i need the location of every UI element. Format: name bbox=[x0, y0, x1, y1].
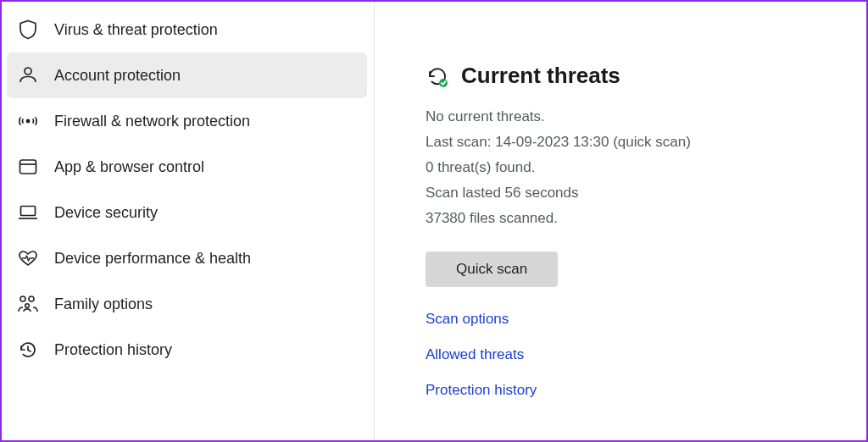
sidebar-item-label: Device performance & health bbox=[54, 250, 251, 268]
quick-scan-button[interactable]: Quick scan bbox=[426, 251, 558, 287]
svg-point-8 bbox=[25, 304, 30, 308]
svg-point-6 bbox=[20, 296, 25, 301]
window-icon bbox=[17, 156, 39, 178]
scan-duration-text: Scan lasted 56 seconds bbox=[426, 180, 866, 206]
history-check-icon bbox=[426, 64, 449, 88]
sidebar: Virus & threat protection Account protec… bbox=[2, 2, 375, 440]
svg-point-1 bbox=[26, 119, 29, 122]
section-header: Current threats bbox=[426, 63, 866, 89]
no-threats-text: No current threats. bbox=[426, 104, 866, 130]
heart-rate-icon bbox=[17, 247, 39, 269]
last-scan-text: Last scan: 14-09-2023 13:30 (quick scan) bbox=[426, 130, 866, 155]
scan-options-link[interactable]: Scan options bbox=[426, 311, 866, 328]
sidebar-item-protection-history[interactable]: Protection history bbox=[7, 327, 367, 373]
protection-history-link[interactable]: Protection history bbox=[426, 382, 866, 399]
history-icon bbox=[17, 339, 39, 361]
threats-found-text: 0 threat(s) found. bbox=[426, 155, 866, 180]
svg-point-0 bbox=[25, 68, 31, 75]
account-icon bbox=[17, 64, 39, 86]
svg-rect-4 bbox=[21, 207, 36, 216]
sidebar-item-firewall[interactable]: Firewall & network protection bbox=[7, 98, 367, 144]
sidebar-item-virus-threat[interactable]: Virus & threat protection bbox=[7, 7, 367, 52]
sidebar-item-label: Account protection bbox=[54, 67, 181, 85]
threat-links: Scan options Allowed threats Protection … bbox=[426, 311, 866, 399]
signal-icon bbox=[17, 110, 39, 132]
sidebar-item-label: Virus & threat protection bbox=[54, 21, 218, 39]
files-scanned-text: 37380 files scanned. bbox=[426, 206, 866, 231]
sidebar-item-device-security[interactable]: Device security bbox=[7, 190, 367, 235]
sidebar-item-label: Device security bbox=[54, 204, 158, 222]
shield-icon bbox=[17, 19, 39, 41]
content-panel: Current threats No current threats. Last… bbox=[375, 2, 866, 440]
allowed-threats-link[interactable]: Allowed threats bbox=[426, 346, 866, 363]
sidebar-item-label: Firewall & network protection bbox=[54, 113, 250, 130]
sidebar-item-performance-health[interactable]: Device performance & health bbox=[7, 235, 367, 281]
sidebar-item-label: Family options bbox=[54, 296, 153, 313]
sidebar-item-label: App & browser control bbox=[54, 158, 204, 176]
sidebar-item-family-options[interactable]: Family options bbox=[7, 281, 367, 327]
laptop-icon bbox=[17, 202, 39, 224]
section-title: Current threats bbox=[461, 63, 620, 89]
family-icon bbox=[17, 293, 39, 315]
sidebar-item-label: Protection history bbox=[54, 341, 172, 359]
threat-details: No current threats. Last scan: 14-09-202… bbox=[426, 104, 866, 231]
svg-point-7 bbox=[29, 296, 34, 301]
svg-rect-2 bbox=[20, 160, 36, 174]
sidebar-item-app-browser[interactable]: App & browser control bbox=[7, 144, 367, 190]
sidebar-item-account-protection[interactable]: Account protection bbox=[7, 52, 367, 98]
